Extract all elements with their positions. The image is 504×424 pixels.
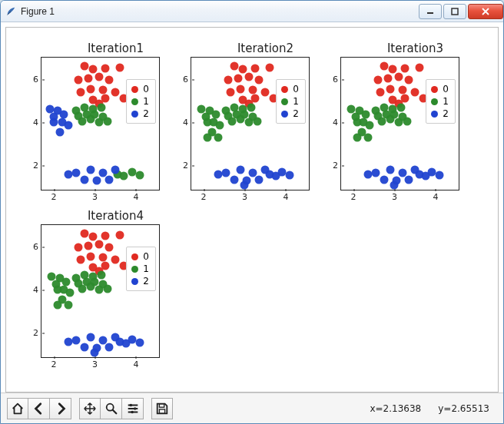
legend-label: 1 [293, 95, 299, 108]
home-button[interactable] [7, 398, 28, 419]
save-button[interactable] [151, 398, 173, 419]
data-point [105, 243, 114, 252]
data-point [101, 65, 109, 73]
axes[interactable]: 246234012 [41, 57, 160, 190]
data-point [64, 300, 72, 309]
x-tick: 2 [201, 190, 207, 202]
y-tick: 6 [333, 75, 341, 84]
coord-y: y=2.65513 [438, 403, 489, 414]
zoom-button[interactable] [101, 398, 122, 419]
data-point [85, 241, 93, 250]
maximize-button[interactable] [443, 4, 466, 19]
legend: 012 [126, 79, 156, 124]
data-point [427, 167, 436, 176]
data-point [105, 76, 114, 84]
subplot-1: Iteration1246234012 [41, 41, 191, 190]
client-area: Iteration1246234012Iteration2246234012It… [1, 22, 503, 423]
data-point [403, 117, 411, 125]
data-point [87, 165, 95, 174]
data-point [237, 114, 245, 123]
data-point [378, 117, 386, 125]
legend-label: 0 [143, 250, 149, 263]
data-point [81, 343, 89, 351]
axes[interactable]: 246234012 [41, 224, 160, 358]
data-point [436, 171, 444, 179]
data-point [234, 74, 243, 82]
app-icon [5, 6, 16, 17]
x-tick: 2 [351, 190, 356, 202]
data-point [101, 232, 109, 240]
data-point [81, 62, 89, 71]
data-point [238, 65, 247, 74]
x-tick: 4 [283, 190, 288, 202]
data-point [94, 73, 103, 81]
forward-button[interactable] [50, 398, 71, 419]
data-point [240, 181, 249, 189]
subplot-title: Iteration4 [41, 209, 191, 223]
legend-marker-icon [131, 253, 138, 260]
x-tick: 4 [133, 190, 138, 202]
data-point [111, 165, 120, 174]
close-button[interactable] [468, 4, 503, 19]
data-point [222, 169, 230, 177]
svg-point-4 [133, 407, 136, 410]
data-point [64, 121, 72, 130]
svg-rect-6 [159, 403, 164, 407]
y-tick: 4 [183, 118, 191, 128]
data-point [78, 284, 87, 293]
data-point [399, 86, 407, 94]
data-point [214, 170, 222, 178]
subplot-2: Iteration2246234012 [191, 41, 340, 190]
figure-canvas[interactable]: Iteration1246234012Iteration2246234012It… [5, 27, 499, 393]
data-point [66, 289, 75, 297]
x-tick: 3 [242, 190, 247, 202]
legend: 012 [276, 79, 306, 124]
legend-item: 1 [281, 95, 299, 108]
legend-label: 2 [443, 108, 449, 120]
data-point [99, 86, 108, 94]
data-point [250, 65, 259, 73]
axes[interactable]: 246234012 [191, 57, 310, 190]
legend-label: 2 [143, 108, 149, 120]
data-point [97, 103, 105, 111]
window-title: Figure 1 [21, 6, 55, 17]
pan-button[interactable] [79, 398, 101, 419]
data-point [103, 284, 111, 293]
configure-button[interactable] [122, 398, 144, 419]
data-point [265, 63, 274, 71]
back-button[interactable] [28, 398, 50, 419]
legend-marker-icon [431, 86, 438, 93]
y-tick: 2 [33, 161, 41, 171]
data-point [396, 103, 405, 111]
data-point [78, 117, 87, 125]
y-tick: 6 [33, 75, 41, 84]
titlebar[interactable]: Figure 1 [1, 1, 503, 22]
svg-rect-1 [452, 8, 458, 15]
data-point [50, 118, 58, 127]
data-point [237, 84, 245, 93]
data-point [230, 175, 239, 184]
data-point [72, 169, 81, 177]
data-point [87, 282, 95, 290]
minimize-button[interactable] [419, 4, 442, 19]
legend-item: 0 [131, 250, 149, 263]
data-point [247, 103, 255, 111]
legend-item: 2 [131, 275, 149, 287]
axes[interactable]: 246234012 [340, 57, 459, 190]
matplotlib-toolbar: x=2.13638 y=2.65513 [1, 393, 503, 423]
data-point [128, 167, 136, 176]
legend-item: 2 [431, 108, 449, 120]
legend: 012 [426, 79, 456, 124]
data-point [136, 338, 144, 346]
data-point [105, 175, 114, 184]
data-point [380, 62, 389, 71]
legend-marker-icon [131, 266, 138, 273]
legend: 012 [126, 247, 156, 291]
legend-marker-icon [131, 98, 138, 105]
data-point [244, 118, 253, 127]
data-point [226, 88, 234, 96]
data-point [415, 63, 423, 71]
x-tick: 4 [433, 190, 438, 202]
data-point [76, 88, 85, 96]
data-point [111, 88, 120, 96]
